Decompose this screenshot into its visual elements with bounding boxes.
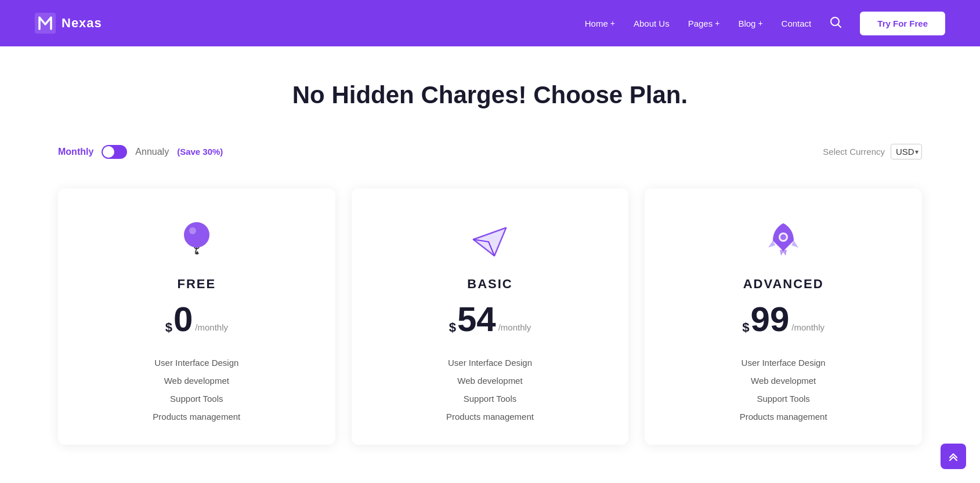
list-item: Web developmet	[457, 376, 522, 386]
list-item: User Interface Design	[154, 358, 238, 368]
basic-price-period: /monthly	[498, 322, 531, 332]
try-for-free-button[interactable]: Try For Free	[860, 12, 945, 35]
nav-blog[interactable]: Blog +	[738, 19, 762, 28]
pricing-grid: FREE $ 0 /monthly User Interface Design …	[58, 188, 922, 445]
free-plan-name: FREE	[177, 277, 216, 292]
currency-selector-group: Select Currency USD EUR GBP INR ▾	[823, 144, 922, 159]
list-item: User Interface Design	[448, 358, 532, 368]
blog-plus-icon: +	[758, 19, 762, 28]
scroll-to-top-button[interactable]	[941, 444, 966, 469]
advanced-plan-icon	[760, 216, 807, 263]
advanced-price-period: /monthly	[791, 322, 824, 332]
toggle-knob	[103, 146, 114, 158]
currency-label: Select Currency	[823, 147, 885, 157]
list-item: Support Tools	[757, 394, 809, 404]
billing-row: Monthly Annualy (Save 30%) Select Curren…	[58, 144, 922, 159]
logo-text: Nexas	[62, 16, 102, 31]
home-plus-icon: +	[610, 19, 615, 28]
main-nav: Home + About Us Pages + Blog + Contact T…	[585, 12, 945, 35]
svg-point-10	[780, 234, 786, 240]
search-icon[interactable]	[830, 16, 841, 31]
free-features-list: User Interface Design Web developmet Sup…	[81, 358, 312, 422]
currency-wrapper: USD EUR GBP INR ▾	[891, 144, 922, 159]
basic-price-amount: 54	[457, 302, 496, 337]
nav-home[interactable]: Home +	[585, 19, 615, 28]
list-item: Products management	[153, 412, 240, 422]
advanced-features-list: User Interface Design Web developmet Sup…	[668, 358, 899, 422]
free-price-period: /monthly	[195, 322, 228, 332]
advanced-plan-name: ADVANCED	[743, 277, 824, 292]
plan-card-free: FREE $ 0 /monthly User Interface Design …	[58, 188, 335, 445]
list-item: Web developmet	[751, 376, 816, 386]
nav-contact[interactable]: Contact	[782, 19, 812, 28]
basic-plan-icon	[467, 216, 513, 263]
logo-icon	[35, 13, 56, 34]
header: Nexas Home + About Us Pages + Blog + Con…	[0, 0, 980, 46]
free-dollar-sign: $	[165, 319, 172, 337]
free-price-amount: 0	[173, 302, 193, 337]
billing-monthly-label: Monthly	[58, 147, 93, 157]
list-item: User Interface Design	[742, 358, 826, 368]
nav-pages[interactable]: Pages +	[688, 19, 720, 28]
billing-annually-label: Annualy	[135, 147, 169, 157]
logo[interactable]: Nexas	[35, 13, 102, 34]
pages-plus-icon: +	[715, 19, 719, 28]
advanced-dollar-sign: $	[742, 319, 749, 337]
plan-card-basic: BASIC $ 54 /monthly User Interface Desig…	[352, 188, 629, 445]
chevrons-up-icon	[947, 450, 960, 463]
basic-plan-price: $ 54 /monthly	[449, 302, 531, 337]
advanced-plan-price: $ 99 /monthly	[742, 302, 824, 337]
list-item: Support Tools	[170, 394, 223, 404]
svg-point-3	[184, 222, 209, 248]
main-content: No Hidden Charges! Choose Plan. Monthly …	[0, 46, 980, 483]
list-item: Products management	[740, 412, 827, 422]
billing-toggle-group: Monthly Annualy (Save 30%)	[58, 145, 223, 159]
list-item: Products management	[446, 412, 534, 422]
billing-toggle[interactable]	[102, 145, 127, 159]
list-item: Web developmet	[164, 376, 229, 386]
svg-line-2	[838, 24, 841, 27]
free-plan-icon	[173, 216, 220, 263]
page-title: No Hidden Charges! Choose Plan.	[58, 81, 922, 109]
list-item: Support Tools	[464, 394, 516, 404]
save-badge: (Save 30%)	[177, 147, 223, 157]
basic-features-list: User Interface Design Web developmet Sup…	[375, 358, 606, 422]
plan-card-advanced: ADVANCED $ 99 /monthly User Interface De…	[645, 188, 922, 445]
basic-dollar-sign: $	[449, 319, 456, 337]
free-plan-price: $ 0 /monthly	[165, 302, 228, 337]
currency-select[interactable]: USD EUR GBP INR	[891, 144, 922, 159]
basic-plan-name: BASIC	[467, 277, 512, 292]
svg-point-4	[189, 227, 196, 234]
nav-about[interactable]: About Us	[634, 19, 670, 28]
advanced-price-amount: 99	[751, 302, 790, 337]
svg-marker-6	[473, 228, 506, 256]
